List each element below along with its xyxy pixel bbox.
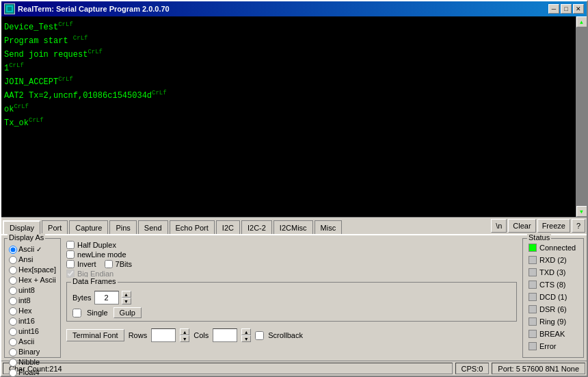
7bits-label: 7Bits xyxy=(116,260,132,268)
scroll-track[interactable] xyxy=(576,27,587,206)
tab-misc[interactable]: Misc xyxy=(315,220,343,234)
tab-i2c[interactable]: I2C xyxy=(216,220,240,234)
single-checkbox[interactable] xyxy=(72,309,81,317)
display-as-item: Nibble xyxy=(9,357,56,367)
display-as-radio-uint16[interactable] xyxy=(9,328,17,336)
status-item-label: BREAK xyxy=(539,328,565,340)
scroll-down-button[interactable]: ▼ xyxy=(576,206,587,217)
display-as-item: uint8 xyxy=(9,285,56,296)
display-as-item: uint16 xyxy=(9,326,56,337)
tab-echo-port[interactable]: Echo Port xyxy=(170,220,215,234)
status-led xyxy=(529,317,537,326)
clear-button[interactable]: Clear xyxy=(508,219,535,233)
cols-increment-button[interactable]: ▲ xyxy=(241,328,251,335)
invert-checkbox[interactable] xyxy=(66,260,75,268)
tab-display[interactable]: Display xyxy=(3,220,40,234)
rows-input[interactable]: 16 xyxy=(151,328,176,342)
status-led xyxy=(529,268,537,276)
display-as-radio-ascii[interactable] xyxy=(9,246,17,254)
freeze-button[interactable]: Freeze xyxy=(537,219,570,233)
display-as-radio-uint8[interactable] xyxy=(9,287,17,295)
gulp-button[interactable]: Gulp xyxy=(113,307,142,318)
window-title: RealTerm: Serial Capture Program 2.0.0.7… xyxy=(18,5,548,13)
7bits-checkbox[interactable] xyxy=(105,260,113,268)
rows-spinner-buttons: ▲ ▼ xyxy=(180,328,189,342)
bytes-increment-button[interactable]: ▲ xyxy=(122,291,131,298)
cps-segment: CPS: 0 xyxy=(455,363,490,374)
status-items: ConnectedRXD (2)TXD (3)CTS (8)DCD (1)DSR… xyxy=(529,242,578,352)
display-as-item: Binary xyxy=(9,347,56,357)
status-item: Ring (9) xyxy=(529,315,578,328)
newline-mode-checkbox[interactable] xyxy=(66,250,75,259)
display-as-radio-hex + ascii[interactable] xyxy=(9,276,17,285)
display-as-radio-ascii[interactable] xyxy=(9,338,17,346)
display-as-radio-label: Ascii xyxy=(18,244,34,255)
rows-cols-row: Terminal Font Rows 16 ▲ ▼ Cols 80 ▲ ▼ Sc… xyxy=(66,328,517,342)
status-item-label: RXD (2) xyxy=(539,254,567,266)
tab-i2c-2[interactable]: I2C-2 xyxy=(241,220,272,234)
display-as-item: Ansi xyxy=(9,255,56,265)
status-item: DCD (1) xyxy=(529,291,578,303)
display-as-radio-label: Hex xyxy=(18,306,32,316)
display-as-group: Display As Ascii✓AnsiHex[space]Hex + Asc… xyxy=(4,238,61,358)
status-led xyxy=(529,256,537,264)
status-item-label: Ring (9) xyxy=(539,315,566,328)
status-item-label: TXD (3) xyxy=(539,266,566,278)
display-as-item: Hex xyxy=(9,306,56,316)
minimize-button[interactable]: ─ xyxy=(548,4,559,14)
cols-label: Cols xyxy=(193,331,209,339)
single-label: Single xyxy=(87,309,108,317)
display-as-radio-label: Binary xyxy=(18,347,40,357)
scrollback-label: Scrollback xyxy=(268,331,303,339)
display-as-radio-int16[interactable] xyxy=(9,317,17,326)
terminal-line: AAT2 Tx=2,uncnf,01086c1545034dCrLf xyxy=(4,88,574,101)
cols-input[interactable]: 80 xyxy=(213,328,237,342)
status-item-label: Connected xyxy=(539,242,576,254)
display-as-radio-float4[interactable] xyxy=(9,369,17,377)
tab-i2cmisc[interactable]: I2CMisc xyxy=(273,220,313,234)
tab-actions: \n Clear Freeze ? xyxy=(491,219,585,234)
scroll-up-button[interactable]: ▲ xyxy=(576,16,587,27)
half-duplex-checkbox[interactable] xyxy=(66,241,75,249)
bytes-decrement-button[interactable]: ▼ xyxy=(122,298,131,304)
maximize-button[interactable]: □ xyxy=(561,4,572,14)
status-led xyxy=(529,244,537,252)
rows-increment-button[interactable]: ▲ xyxy=(180,328,189,335)
tab-container: DisplayPortCapturePinsSendEcho PortI2CI2… xyxy=(3,220,343,234)
terminal-font-button[interactable]: Terminal Font xyxy=(66,329,124,341)
vertical-scrollbar[interactable]: ▲ ▼ xyxy=(576,16,587,217)
display-as-radio-hex[interactable] xyxy=(9,307,17,315)
newline-button[interactable]: \n xyxy=(491,219,507,233)
display-as-radio-label: Hex[space] xyxy=(18,265,56,275)
tab-send[interactable]: Send xyxy=(138,220,168,234)
status-item: TXD (3) xyxy=(529,266,578,278)
display-as-radio-ansi[interactable] xyxy=(9,256,17,264)
invert-7bits-option: Invert 7Bits xyxy=(66,260,517,268)
help-button[interactable]: ? xyxy=(572,219,585,233)
display-as-radio-binary[interactable] xyxy=(9,348,17,356)
display-as-radio-nibble[interactable] xyxy=(9,359,17,367)
terminal-line: 1CrLf xyxy=(4,60,574,74)
option-checkboxes: Half Duplex newLine mode Invert 7Bits Bi… xyxy=(66,241,517,278)
display-as-radio-label: Ascii xyxy=(18,337,34,347)
scrollback-checkbox[interactable] xyxy=(255,331,264,340)
status-bar: Char Count: 214 CPS: 0 Port: 5 57600 8N1… xyxy=(1,361,587,376)
cps-label: CPS: xyxy=(462,365,479,373)
tab-capture[interactable]: Capture xyxy=(69,220,108,234)
display-as-radio-label: uint16 xyxy=(18,326,39,337)
char-count-segment: Char Count: 214 xyxy=(3,363,453,374)
cols-decrement-button[interactable]: ▼ xyxy=(241,335,251,342)
display-as-item: Hex[space] xyxy=(9,265,56,275)
display-as-radio-label: int8 xyxy=(18,296,31,306)
close-button[interactable]: ✕ xyxy=(573,4,584,14)
tab-port[interactable]: Port xyxy=(42,220,68,234)
bytes-input[interactable]: 2 xyxy=(94,291,119,304)
settings-panel: Display As Ascii✓AnsiHex[space]Hex + Asc… xyxy=(1,234,587,361)
display-as-radio-hex[space][interactable] xyxy=(9,266,17,274)
rows-label: Rows xyxy=(129,331,148,339)
display-as-radio-int8[interactable] xyxy=(9,297,17,305)
rows-decrement-button[interactable]: ▼ xyxy=(180,335,189,342)
cols-spinner-buttons: ▲ ▼ xyxy=(241,328,251,342)
port-segment: Port: 5 57600 8N1 None xyxy=(492,363,585,374)
tab-pins[interactable]: Pins xyxy=(109,220,136,234)
